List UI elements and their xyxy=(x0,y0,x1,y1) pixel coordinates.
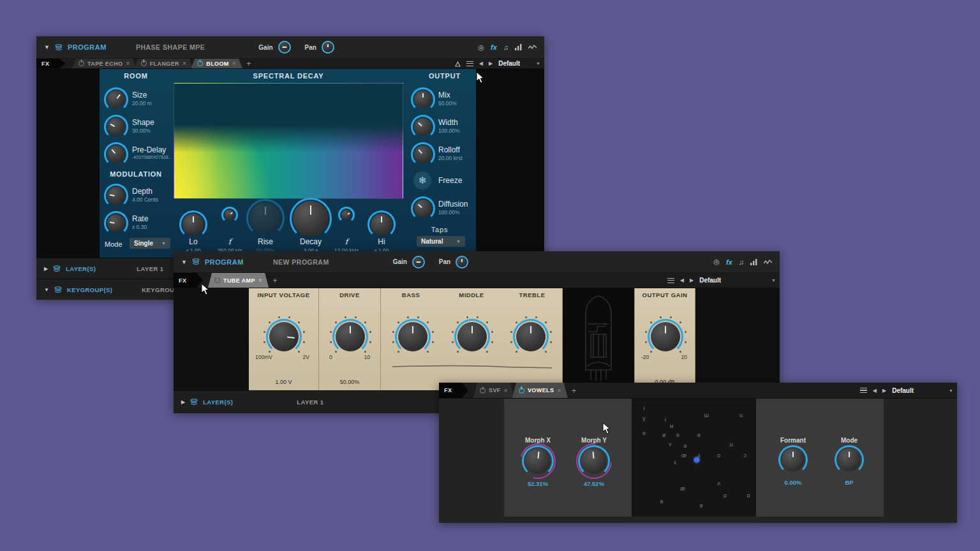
preset-caret-icon[interactable]: ▼ xyxy=(771,278,776,283)
preset-caret-icon[interactable]: ▼ xyxy=(949,388,953,393)
vowel-point: ʊ xyxy=(729,441,732,448)
power-icon[interactable] xyxy=(197,61,203,66)
mode-dropdown[interactable]: Single▼ xyxy=(130,238,170,249)
tab-flanger[interactable]: FLANGER × xyxy=(135,59,193,68)
next-preset-icon[interactable]: ▶ xyxy=(489,61,493,66)
rise-knob[interactable] xyxy=(249,202,281,234)
collapse-icon[interactable]: ▼ xyxy=(44,44,50,50)
fx-section-tab[interactable]: FX xyxy=(174,273,203,288)
power-icon[interactable] xyxy=(480,388,486,393)
mode-knob[interactable] xyxy=(838,448,861,471)
rolloff-value: 20.00 kHz xyxy=(438,155,463,161)
formant-knob[interactable] xyxy=(782,448,805,471)
power-icon[interactable] xyxy=(519,388,524,393)
lo-knob[interactable] xyxy=(182,214,204,235)
freeze-button[interactable]: ❄ xyxy=(413,172,431,189)
add-fx-button[interactable]: + xyxy=(272,276,278,285)
rolloff-knob[interactable] xyxy=(414,145,432,163)
spectral-decay-display[interactable] xyxy=(174,83,403,199)
record-icon[interactable]: ◎ xyxy=(713,258,720,266)
hi-freq-knob[interactable] xyxy=(341,210,352,220)
hi-knob[interactable] xyxy=(371,214,392,235)
close-icon[interactable]: × xyxy=(182,60,186,67)
meter-bars-icon[interactable] xyxy=(750,256,757,268)
program-gain-knob[interactable] xyxy=(412,256,425,268)
output-gain-knob[interactable] xyxy=(651,322,680,351)
meter-bars-icon[interactable] xyxy=(515,41,522,53)
treble-knob[interactable] xyxy=(516,322,546,351)
taps-dropdown[interactable]: Natural▼ xyxy=(417,236,465,247)
drive-knob[interactable] xyxy=(336,322,365,351)
size-knob[interactable] xyxy=(107,91,125,108)
menu-icon[interactable] xyxy=(667,278,674,283)
record-icon[interactable]: ◎ xyxy=(478,43,484,52)
morph-x-value: 52.31% xyxy=(528,480,548,487)
preset-caret-icon[interactable]: ▼ xyxy=(536,61,540,66)
collapse-icon[interactable]: ▼ xyxy=(181,259,187,265)
waveform-icon[interactable] xyxy=(528,41,537,53)
note-icon[interactable]: ♫ xyxy=(503,43,509,51)
collapse-icon[interactable]: ▼ xyxy=(44,287,49,293)
diffusion-knob[interactable] xyxy=(414,200,432,217)
close-icon[interactable]: × xyxy=(232,60,236,67)
tab-tube-amp[interactable]: TUBE AMP × xyxy=(208,273,269,288)
preset-name[interactable]: Default xyxy=(699,277,721,284)
add-fx-button[interactable]: + xyxy=(246,59,251,68)
preset-name[interactable]: Default xyxy=(892,387,914,394)
program-pan-knob[interactable] xyxy=(456,256,468,268)
add-fx-button[interactable]: + xyxy=(572,386,577,395)
prev-preset-icon[interactable]: ◀ xyxy=(873,388,877,393)
close-icon[interactable]: × xyxy=(258,277,262,284)
shape-label: Shape xyxy=(132,118,154,127)
input-voltage-knob[interactable] xyxy=(269,322,299,351)
power-icon[interactable] xyxy=(141,61,147,66)
middle-knob[interactable] xyxy=(457,322,487,351)
fx-section-tab[interactable]: FX xyxy=(439,383,468,398)
waveform-icon[interactable] xyxy=(764,256,772,268)
close-icon[interactable]: × xyxy=(126,60,130,67)
power-icon[interactable] xyxy=(214,277,220,283)
triangle-icon[interactable] xyxy=(455,58,461,70)
tab-vowels[interactable]: VOWELS × xyxy=(512,383,568,398)
program-gain-knob[interactable] xyxy=(278,41,291,54)
program-stack-icon xyxy=(192,258,200,265)
program-pan-knob[interactable] xyxy=(322,41,334,54)
expand-icon[interactable]: ▶ xyxy=(181,399,185,405)
mix-knob[interactable] xyxy=(414,91,432,108)
vowel-chart[interactable]: iyɨʉɯueøɘɵʏʊəœɜoɔɛʌæaɐɑɒ xyxy=(632,399,756,517)
rate-knob[interactable] xyxy=(107,214,125,232)
menu-icon[interactable] xyxy=(466,61,473,66)
depth-knob[interactable] xyxy=(107,187,125,205)
output-gain-panel: OUTPUT GAIN -20 20 0.00 dB xyxy=(635,288,695,390)
tab-bloom[interactable]: BLOOM × xyxy=(191,59,242,68)
decay-knob[interactable] xyxy=(293,201,329,237)
next-preset-icon[interactable]: ▶ xyxy=(690,277,694,283)
vacuum-tube-icon xyxy=(579,295,618,384)
tab-svf[interactable]: SVF × xyxy=(473,383,514,398)
program-header: ▼ PROGRAM PHASE SHAPE MPE Gain Pan ◎ fx … xyxy=(36,36,544,59)
bass-knob[interactable] xyxy=(398,322,427,351)
preset-name[interactable]: Default xyxy=(498,60,520,67)
width-knob[interactable] xyxy=(414,118,432,136)
tab-tape-echo[interactable]: TAPE ECHO × xyxy=(72,59,137,68)
next-preset-icon[interactable]: ▶ xyxy=(882,388,886,393)
expand-icon[interactable]: ▶ xyxy=(44,266,48,272)
predelay-knob[interactable] xyxy=(107,145,125,163)
close-icon[interactable]: × xyxy=(557,387,561,394)
power-icon[interactable] xyxy=(78,61,84,66)
menu-icon[interactable] xyxy=(860,388,867,393)
morph-x-knob[interactable] xyxy=(525,448,551,474)
layers-stack-icon xyxy=(53,265,61,272)
fx-section-tab[interactable]: FX xyxy=(36,59,66,68)
shape-knob[interactable] xyxy=(107,118,125,136)
note-icon[interactable]: ♫ xyxy=(739,258,744,266)
prev-preset-icon[interactable]: ◀ xyxy=(479,61,483,66)
morph-y-knob[interactable] xyxy=(581,448,607,474)
fx-icon[interactable]: fx xyxy=(491,43,497,51)
fx-icon[interactable]: fx xyxy=(726,258,732,266)
close-icon[interactable]: × xyxy=(504,387,508,394)
formant-value: 0.00% xyxy=(785,479,802,486)
lo-freq-knob[interactable] xyxy=(225,210,235,220)
prev-preset-icon[interactable]: ◀ xyxy=(680,277,684,283)
layers-label: LAYER(S) xyxy=(66,265,96,272)
